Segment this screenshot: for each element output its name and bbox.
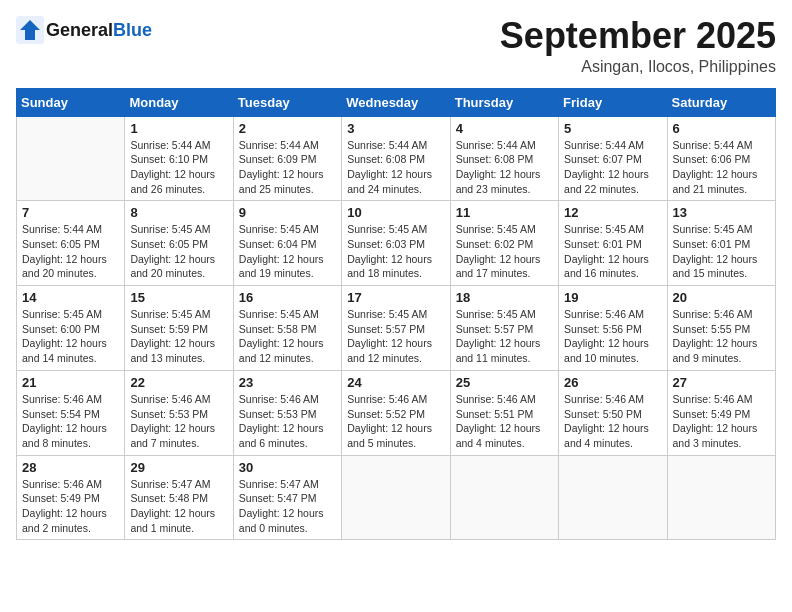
calendar-cell: 22Sunrise: 5:46 AM Sunset: 5:53 PM Dayli… xyxy=(125,370,233,455)
column-header-wednesday: Wednesday xyxy=(342,88,450,116)
day-info: Sunrise: 5:46 AM Sunset: 5:53 PM Dayligh… xyxy=(239,392,336,451)
calendar-cell: 21Sunrise: 5:46 AM Sunset: 5:54 PM Dayli… xyxy=(17,370,125,455)
day-info: Sunrise: 5:46 AM Sunset: 5:56 PM Dayligh… xyxy=(564,307,661,366)
day-info: Sunrise: 5:46 AM Sunset: 5:49 PM Dayligh… xyxy=(673,392,770,451)
month-title: September 2025 xyxy=(500,16,776,56)
day-number: 11 xyxy=(456,205,553,220)
calendar-cell: 26Sunrise: 5:46 AM Sunset: 5:50 PM Dayli… xyxy=(559,370,667,455)
calendar-cell: 19Sunrise: 5:46 AM Sunset: 5:56 PM Dayli… xyxy=(559,286,667,371)
day-info: Sunrise: 5:46 AM Sunset: 5:51 PM Dayligh… xyxy=(456,392,553,451)
day-number: 24 xyxy=(347,375,444,390)
calendar-week-4: 21Sunrise: 5:46 AM Sunset: 5:54 PM Dayli… xyxy=(17,370,776,455)
day-number: 3 xyxy=(347,121,444,136)
calendar-cell: 18Sunrise: 5:45 AM Sunset: 5:57 PM Dayli… xyxy=(450,286,558,371)
calendar-cell: 14Sunrise: 5:45 AM Sunset: 6:00 PM Dayli… xyxy=(17,286,125,371)
day-info: Sunrise: 5:47 AM Sunset: 5:47 PM Dayligh… xyxy=(239,477,336,536)
calendar-cell: 25Sunrise: 5:46 AM Sunset: 5:51 PM Dayli… xyxy=(450,370,558,455)
logo-general-text: GeneralBlue xyxy=(46,20,152,41)
day-info: Sunrise: 5:44 AM Sunset: 6:07 PM Dayligh… xyxy=(564,138,661,197)
column-header-monday: Monday xyxy=(125,88,233,116)
day-number: 4 xyxy=(456,121,553,136)
day-number: 9 xyxy=(239,205,336,220)
calendar-cell: 3Sunrise: 5:44 AM Sunset: 6:08 PM Daylig… xyxy=(342,116,450,201)
calendar-cell: 6Sunrise: 5:44 AM Sunset: 6:06 PM Daylig… xyxy=(667,116,775,201)
calendar-cell: 8Sunrise: 5:45 AM Sunset: 6:05 PM Daylig… xyxy=(125,201,233,286)
day-number: 7 xyxy=(22,205,119,220)
day-number: 6 xyxy=(673,121,770,136)
calendar-header-row: SundayMondayTuesdayWednesdayThursdayFrid… xyxy=(17,88,776,116)
calendar-cell: 23Sunrise: 5:46 AM Sunset: 5:53 PM Dayli… xyxy=(233,370,341,455)
day-number: 22 xyxy=(130,375,227,390)
logo-icon xyxy=(16,16,44,44)
day-info: Sunrise: 5:45 AM Sunset: 6:04 PM Dayligh… xyxy=(239,222,336,281)
day-number: 10 xyxy=(347,205,444,220)
calendar-cell: 20Sunrise: 5:46 AM Sunset: 5:55 PM Dayli… xyxy=(667,286,775,371)
calendar-cell xyxy=(450,455,558,540)
calendar-cell: 5Sunrise: 5:44 AM Sunset: 6:07 PM Daylig… xyxy=(559,116,667,201)
day-number: 12 xyxy=(564,205,661,220)
day-number: 5 xyxy=(564,121,661,136)
day-info: Sunrise: 5:45 AM Sunset: 6:05 PM Dayligh… xyxy=(130,222,227,281)
day-info: Sunrise: 5:44 AM Sunset: 6:05 PM Dayligh… xyxy=(22,222,119,281)
day-info: Sunrise: 5:45 AM Sunset: 6:00 PM Dayligh… xyxy=(22,307,119,366)
day-info: Sunrise: 5:46 AM Sunset: 5:50 PM Dayligh… xyxy=(564,392,661,451)
day-info: Sunrise: 5:44 AM Sunset: 6:08 PM Dayligh… xyxy=(347,138,444,197)
day-info: Sunrise: 5:45 AM Sunset: 5:59 PM Dayligh… xyxy=(130,307,227,366)
column-header-thursday: Thursday xyxy=(450,88,558,116)
column-header-saturday: Saturday xyxy=(667,88,775,116)
day-number: 25 xyxy=(456,375,553,390)
day-number: 2 xyxy=(239,121,336,136)
day-info: Sunrise: 5:45 AM Sunset: 6:01 PM Dayligh… xyxy=(564,222,661,281)
calendar-cell: 4Sunrise: 5:44 AM Sunset: 6:08 PM Daylig… xyxy=(450,116,558,201)
day-number: 23 xyxy=(239,375,336,390)
calendar-cell: 12Sunrise: 5:45 AM Sunset: 6:01 PM Dayli… xyxy=(559,201,667,286)
calendar-cell: 11Sunrise: 5:45 AM Sunset: 6:02 PM Dayli… xyxy=(450,201,558,286)
day-info: Sunrise: 5:45 AM Sunset: 6:03 PM Dayligh… xyxy=(347,222,444,281)
day-number: 30 xyxy=(239,460,336,475)
day-info: Sunrise: 5:45 AM Sunset: 5:58 PM Dayligh… xyxy=(239,307,336,366)
calendar-cell: 9Sunrise: 5:45 AM Sunset: 6:04 PM Daylig… xyxy=(233,201,341,286)
day-info: Sunrise: 5:46 AM Sunset: 5:52 PM Dayligh… xyxy=(347,392,444,451)
calendar-cell: 28Sunrise: 5:46 AM Sunset: 5:49 PM Dayli… xyxy=(17,455,125,540)
column-header-tuesday: Tuesday xyxy=(233,88,341,116)
calendar-cell: 27Sunrise: 5:46 AM Sunset: 5:49 PM Dayli… xyxy=(667,370,775,455)
day-info: Sunrise: 5:46 AM Sunset: 5:55 PM Dayligh… xyxy=(673,307,770,366)
day-number: 21 xyxy=(22,375,119,390)
day-info: Sunrise: 5:44 AM Sunset: 6:09 PM Dayligh… xyxy=(239,138,336,197)
day-info: Sunrise: 5:45 AM Sunset: 5:57 PM Dayligh… xyxy=(347,307,444,366)
day-number: 20 xyxy=(673,290,770,305)
location: Asingan, Ilocos, Philippines xyxy=(500,58,776,76)
day-number: 13 xyxy=(673,205,770,220)
day-number: 15 xyxy=(130,290,227,305)
calendar-cell xyxy=(559,455,667,540)
calendar-cell: 29Sunrise: 5:47 AM Sunset: 5:48 PM Dayli… xyxy=(125,455,233,540)
title-block: September 2025 Asingan, Ilocos, Philippi… xyxy=(500,16,776,76)
day-number: 28 xyxy=(22,460,119,475)
calendar-cell xyxy=(667,455,775,540)
calendar-week-2: 7Sunrise: 5:44 AM Sunset: 6:05 PM Daylig… xyxy=(17,201,776,286)
calendar-cell: 24Sunrise: 5:46 AM Sunset: 5:52 PM Dayli… xyxy=(342,370,450,455)
calendar-cell xyxy=(17,116,125,201)
day-number: 1 xyxy=(130,121,227,136)
day-number: 14 xyxy=(22,290,119,305)
day-number: 16 xyxy=(239,290,336,305)
day-info: Sunrise: 5:46 AM Sunset: 5:54 PM Dayligh… xyxy=(22,392,119,451)
day-number: 8 xyxy=(130,205,227,220)
column-header-sunday: Sunday xyxy=(17,88,125,116)
column-header-friday: Friday xyxy=(559,88,667,116)
day-info: Sunrise: 5:46 AM Sunset: 5:49 PM Dayligh… xyxy=(22,477,119,536)
day-number: 26 xyxy=(564,375,661,390)
day-number: 17 xyxy=(347,290,444,305)
calendar-cell: 30Sunrise: 5:47 AM Sunset: 5:47 PM Dayli… xyxy=(233,455,341,540)
day-info: Sunrise: 5:46 AM Sunset: 5:53 PM Dayligh… xyxy=(130,392,227,451)
calendar-cell: 13Sunrise: 5:45 AM Sunset: 6:01 PM Dayli… xyxy=(667,201,775,286)
calendar-week-5: 28Sunrise: 5:46 AM Sunset: 5:49 PM Dayli… xyxy=(17,455,776,540)
calendar-cell: 10Sunrise: 5:45 AM Sunset: 6:03 PM Dayli… xyxy=(342,201,450,286)
day-number: 29 xyxy=(130,460,227,475)
calendar-cell: 2Sunrise: 5:44 AM Sunset: 6:09 PM Daylig… xyxy=(233,116,341,201)
day-info: Sunrise: 5:44 AM Sunset: 6:10 PM Dayligh… xyxy=(130,138,227,197)
day-info: Sunrise: 5:44 AM Sunset: 6:06 PM Dayligh… xyxy=(673,138,770,197)
day-info: Sunrise: 5:45 AM Sunset: 6:01 PM Dayligh… xyxy=(673,222,770,281)
day-info: Sunrise: 5:47 AM Sunset: 5:48 PM Dayligh… xyxy=(130,477,227,536)
calendar-cell: 1Sunrise: 5:44 AM Sunset: 6:10 PM Daylig… xyxy=(125,116,233,201)
